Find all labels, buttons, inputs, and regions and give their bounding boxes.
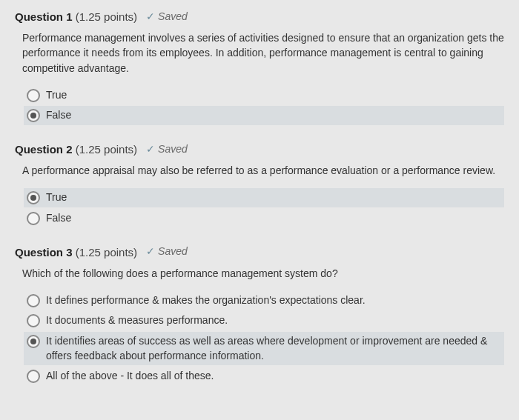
radio-icon xyxy=(27,191,40,204)
option-label: All of the above - It does all of these. xyxy=(46,369,501,384)
question-1-text: Performance management involves a series… xyxy=(22,30,504,76)
option-false[interactable]: False xyxy=(24,106,504,125)
question-3-header: Question 3 (1.25 points) ✓ Saved xyxy=(15,244,504,260)
option-label: True xyxy=(46,88,501,103)
question-1-points: (1.25 points) xyxy=(76,10,137,23)
option-label: It documents & measures performance. xyxy=(46,313,501,328)
option-true[interactable]: True xyxy=(24,188,504,207)
check-icon: ✓ xyxy=(146,10,155,24)
option-false[interactable]: False xyxy=(24,209,504,228)
saved-indicator: ✓ Saved xyxy=(146,10,188,24)
question-3-points: (1.25 points) xyxy=(76,246,137,259)
question-2-options: True False xyxy=(24,188,504,227)
question-2-title: Question 2 (1.25 points) xyxy=(15,141,137,157)
question-3-title: Question 3 (1.25 points) xyxy=(15,244,137,260)
question-3-number: Question 3 xyxy=(15,246,73,259)
option-label: It identifies areas of success as well a… xyxy=(46,334,501,363)
option-a[interactable]: It defines performance & makes the organ… xyxy=(24,291,504,310)
question-1-header: Question 1 (1.25 points) ✓ Saved xyxy=(15,9,504,24)
check-icon: ✓ xyxy=(146,244,155,259)
question-1-options: True False xyxy=(24,86,504,125)
radio-icon xyxy=(27,89,40,102)
question-3: Question 3 (1.25 points) ✓ Saved Which o… xyxy=(15,244,504,386)
question-2-text: A performance appraisal may also be refe… xyxy=(22,163,504,178)
question-2: Question 2 (1.25 points) ✓ Saved A perfo… xyxy=(15,141,504,227)
saved-indicator: ✓ Saved xyxy=(146,142,188,157)
question-2-points: (1.25 points) xyxy=(76,143,137,156)
question-2-number: Question 2 xyxy=(15,143,73,156)
saved-label: Saved xyxy=(158,142,188,157)
question-2-header: Question 2 (1.25 points) ✓ Saved xyxy=(15,141,504,157)
saved-label: Saved xyxy=(158,10,188,24)
option-label: False xyxy=(46,108,501,123)
radio-icon xyxy=(27,335,40,348)
saved-indicator: ✓ Saved xyxy=(146,244,188,259)
option-b[interactable]: It documents & measures performance. xyxy=(24,311,504,330)
radio-icon xyxy=(27,314,40,327)
question-1-number: Question 1 xyxy=(15,10,73,23)
radio-icon xyxy=(27,212,40,225)
question-3-options: It defines performance & makes the organ… xyxy=(24,291,504,386)
check-icon: ✓ xyxy=(146,142,155,157)
question-3-text: Which of the following does a performanc… xyxy=(22,266,504,281)
question-1: Question 1 (1.25 points) ✓ Saved Perform… xyxy=(15,9,504,125)
saved-label: Saved xyxy=(158,244,188,259)
option-true[interactable]: True xyxy=(24,86,504,105)
option-label: True xyxy=(46,190,501,205)
option-c[interactable]: It identifies areas of success as well a… xyxy=(24,332,504,365)
option-d[interactable]: All of the above - It does all of these. xyxy=(24,367,504,386)
question-1-title: Question 1 (1.25 points) xyxy=(15,9,137,24)
radio-icon xyxy=(27,370,40,383)
option-label: False xyxy=(46,211,501,226)
option-label: It defines performance & makes the organ… xyxy=(46,293,501,308)
radio-icon xyxy=(27,109,40,122)
radio-icon xyxy=(27,294,40,307)
